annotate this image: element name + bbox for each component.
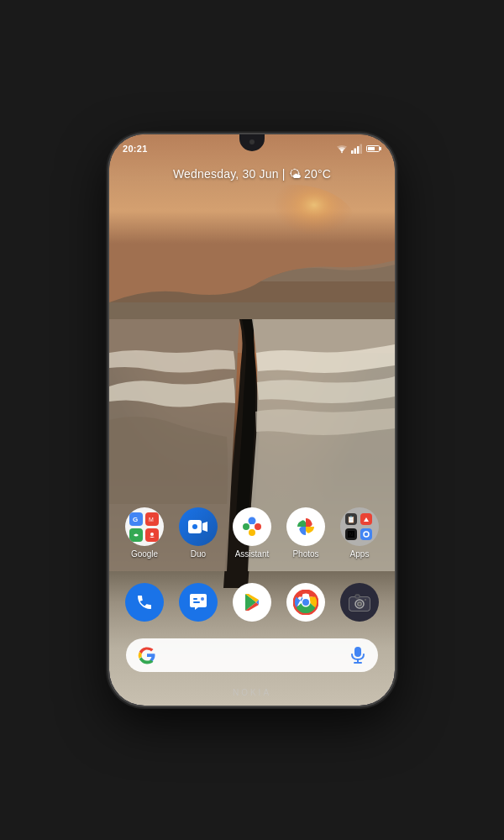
status-icons: [336, 144, 381, 154]
play-dock-item[interactable]: [233, 583, 271, 622]
signal-icon: [351, 144, 363, 154]
play-icon-svg: [240, 591, 264, 614]
assistant-label: Assistant: [235, 549, 270, 559]
wifi-icon: [336, 144, 348, 154]
play-icon[interactable]: [233, 583, 271, 622]
battery-icon: [366, 145, 381, 152]
photos-app[interactable]: Photos: [286, 507, 325, 559]
date-text: Wednesday, 30 Jun | 🌤 20°C: [173, 167, 331, 181]
duo-app[interactable]: Duo: [179, 507, 218, 559]
messages-icon-svg: [188, 592, 208, 612]
svg-point-14: [255, 523, 261, 530]
assistant-app[interactable]: Assistant: [233, 507, 271, 559]
svg-rect-6: [357, 146, 360, 154]
svg-point-12: [192, 524, 197, 529]
camera-dock-item[interactable]: [340, 583, 379, 622]
apps-icon[interactable]: 📋 🅽: [340, 507, 379, 546]
svg-rect-30: [355, 595, 360, 598]
svg-point-16: [243, 523, 249, 530]
phone-icon-svg: [134, 592, 155, 612]
apps-label: Apps: [350, 549, 370, 559]
duo-icon[interactable]: [179, 507, 218, 546]
duo-icon-svg: [187, 517, 209, 536]
date-weather-widget: Wednesday, 30 Jun | 🌤 20°C: [109, 166, 395, 181]
chrome-icon-svg: [293, 590, 318, 615]
phone-dock-item[interactable]: [125, 583, 164, 622]
svg-point-17: [249, 524, 255, 529]
svg-rect-4: [351, 150, 354, 154]
messages-dock-item[interactable]: [179, 583, 218, 622]
svg-rect-32: [354, 647, 361, 657]
svg-point-15: [249, 529, 255, 536]
chrome-icon[interactable]: [286, 583, 325, 622]
google-g-logo: [138, 646, 156, 664]
svg-point-3: [341, 151, 343, 153]
svg-point-24: [302, 599, 309, 606]
svg-point-29: [359, 603, 361, 606]
apps-folder[interactable]: 📋 🅽 Apps: [340, 507, 379, 559]
svg-rect-19: [193, 598, 197, 600]
svg-point-13: [249, 517, 256, 525]
front-camera: [249, 139, 255, 144]
svg-text:G: G: [133, 516, 138, 523]
svg-rect-2: [109, 302, 395, 319]
status-time: 20:21: [123, 144, 148, 154]
svg-point-31: [365, 599, 366, 601]
camera-icon-svg: [349, 593, 370, 612]
app-row: G M Google: [109, 507, 395, 559]
svg-text:M: M: [149, 517, 154, 522]
svg-point-21: [201, 597, 204, 601]
duo-label: Duo: [191, 549, 206, 559]
camera-icon[interactable]: [340, 583, 379, 622]
svg-rect-5: [354, 149, 357, 155]
dock: [109, 583, 395, 622]
svg-point-10: [150, 533, 154, 536]
google-app[interactable]: G M Google: [125, 507, 164, 559]
chrome-dock-item[interactable]: [286, 583, 325, 622]
search-mic-icon[interactable]: [349, 646, 366, 664]
svg-rect-7: [360, 144, 363, 155]
svg-rect-20: [193, 601, 200, 603]
messages-icon[interactable]: [179, 583, 218, 622]
google-icon[interactable]: G M: [125, 507, 164, 546]
nokia-brand: NOKIA: [109, 688, 395, 697]
search-bar[interactable]: [126, 638, 378, 672]
screen: 20:21: [109, 134, 395, 706]
photos-label: Photos: [292, 549, 318, 559]
google-label: Google: [131, 549, 158, 559]
assistant-icon[interactable]: [233, 507, 271, 546]
phone-frame: 20:21: [109, 134, 395, 706]
phone-icon[interactable]: [125, 583, 164, 622]
assistant-icon-svg: [239, 514, 265, 539]
photos-icon[interactable]: [286, 507, 325, 546]
photos-icon-svg: [293, 514, 318, 539]
svg-point-18: [364, 532, 369, 537]
